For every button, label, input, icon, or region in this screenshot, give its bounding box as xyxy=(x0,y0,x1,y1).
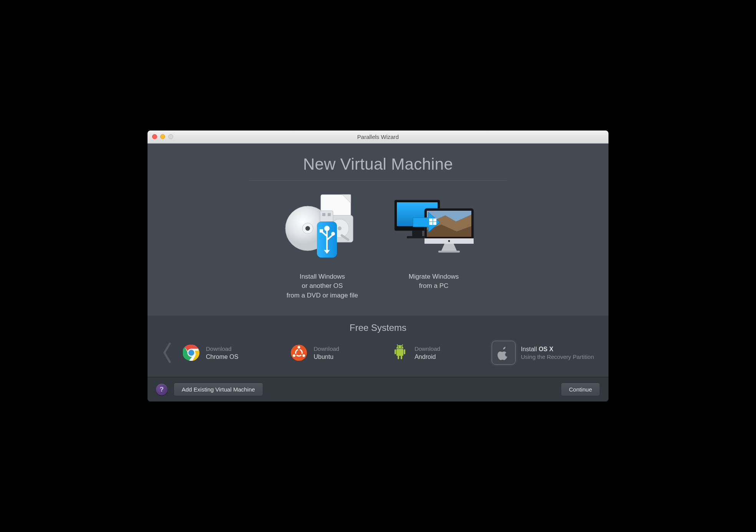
free-system-android[interactable]: Download Android xyxy=(388,342,443,363)
svg-rect-51 xyxy=(396,349,403,356)
free-systems-section: Free Systems xyxy=(148,316,608,377)
fs-line2: Android xyxy=(414,353,440,361)
svg-rect-38 xyxy=(429,222,433,225)
svg-point-58 xyxy=(398,347,399,348)
svg-point-32 xyxy=(448,240,450,242)
svg-point-49 xyxy=(303,354,305,357)
option-migrate-label: Migrate Windows from a PC xyxy=(391,272,476,291)
chevron-left-icon[interactable] xyxy=(160,341,174,364)
parallels-wizard-window: Parallels Wizard New Virtual Machine xyxy=(148,131,608,402)
svg-rect-17 xyxy=(320,229,323,233)
apple-icon xyxy=(492,341,516,365)
svg-rect-52 xyxy=(395,349,396,354)
dvd-usb-disk-icon xyxy=(280,189,365,262)
footer: ? Add Existing Virtual Machine Continue xyxy=(148,377,608,401)
free-systems-list: Download Chrome OS xyxy=(180,339,596,366)
svg-rect-36 xyxy=(429,218,433,221)
svg-point-19 xyxy=(331,232,335,236)
option-install-os[interactable]: Install Windows or another OS from a DVD… xyxy=(280,189,365,301)
svg-line-56 xyxy=(397,345,398,346)
fs-line1: Download xyxy=(206,345,238,353)
android-icon xyxy=(391,344,409,362)
add-existing-vm-button[interactable]: Add Existing Virtual Machine xyxy=(174,383,263,396)
free-system-chrome-os[interactable]: Download Chrome OS xyxy=(180,342,240,363)
zoom-icon xyxy=(168,134,173,139)
fs-line1: Download xyxy=(414,345,440,353)
svg-rect-9 xyxy=(320,211,333,222)
svg-point-50 xyxy=(293,354,295,357)
svg-rect-24 xyxy=(412,231,422,236)
svg-rect-37 xyxy=(433,218,436,221)
svg-marker-33 xyxy=(441,244,457,251)
svg-point-48 xyxy=(298,346,300,349)
svg-point-8 xyxy=(305,226,310,231)
svg-rect-53 xyxy=(404,349,405,354)
help-button[interactable]: ? xyxy=(156,384,167,395)
page-title: New Virtual Machine xyxy=(171,155,585,180)
free-systems-title: Free Systems xyxy=(160,322,596,333)
free-system-osx[interactable]: Install OS X Using the Recovery Partitio… xyxy=(489,339,596,366)
free-system-ubuntu[interactable]: Download Ubuntu xyxy=(287,342,342,363)
titlebar[interactable]: Parallels Wizard xyxy=(148,131,608,144)
fs-line1: Install OS X xyxy=(521,345,594,354)
svg-rect-10 xyxy=(322,213,325,216)
vm-options: Install Windows or another OS from a DVD… xyxy=(171,189,585,301)
traffic-lights xyxy=(152,134,173,139)
fs-line2: Using the Recovery Partition xyxy=(521,353,594,361)
svg-rect-11 xyxy=(328,213,331,216)
fs-line1: Download xyxy=(313,345,339,353)
svg-rect-55 xyxy=(401,355,402,359)
migrate-pc-to-mac-icon xyxy=(391,189,476,262)
option-migrate-pc[interactable]: Migrate Windows from a PC xyxy=(391,189,476,301)
chrome-icon xyxy=(182,344,201,362)
fs-line2: Ubuntu xyxy=(313,353,339,361)
svg-point-59 xyxy=(401,347,402,348)
svg-rect-54 xyxy=(398,355,399,359)
divider xyxy=(249,180,507,181)
window-title: Parallels Wizard xyxy=(357,134,399,140)
continue-button[interactable]: Continue xyxy=(561,383,600,396)
fs-line2: Chrome OS xyxy=(206,353,238,361)
minimize-icon[interactable] xyxy=(160,134,165,139)
main-content: New Virtual Machine xyxy=(148,144,608,316)
close-icon[interactable] xyxy=(152,134,157,139)
ubuntu-icon xyxy=(290,344,308,362)
svg-rect-34 xyxy=(438,251,460,253)
svg-line-57 xyxy=(402,345,403,346)
option-install-label: Install Windows or another OS from a DVD… xyxy=(280,272,365,301)
svg-point-4 xyxy=(338,226,342,230)
svg-rect-39 xyxy=(433,222,436,225)
